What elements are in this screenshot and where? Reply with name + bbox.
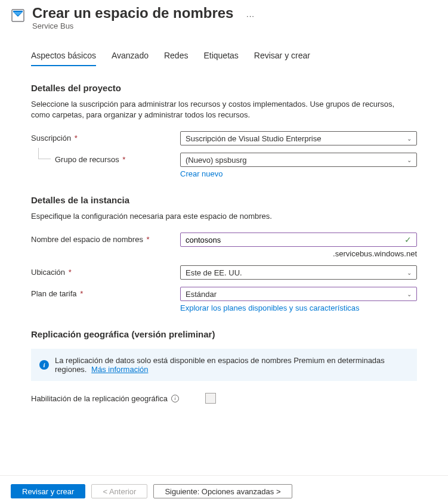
namespace-suffix: .servicebus.windows.net [180, 249, 417, 258]
pricing-tier-select[interactable]: Estándar ⌄ [180, 287, 417, 301]
geo-enable-checkbox [205, 393, 216, 404]
service-bus-icon [11, 8, 25, 23]
tab-review[interactable]: Revisar y crear [254, 51, 310, 66]
next-button[interactable]: Siguiente: Opciones avanzadas > [153, 484, 292, 498]
subscription-select[interactable]: Suscripción de Visual Studio Enterprise … [180, 131, 417, 145]
instance-details-title: Detalles de la instancia [31, 195, 417, 205]
tooltip-icon[interactable]: i [171, 395, 179, 402]
required-mark: * [121, 155, 126, 164]
required-mark: * [72, 134, 78, 142]
resourcegroup-label: Grupo de recursos * [31, 153, 180, 164]
chevron-down-icon: ⌄ [407, 291, 412, 298]
tab-advanced[interactable]: Avanzado [112, 51, 149, 66]
review-create-button[interactable]: Revisar y crear [11, 484, 85, 498]
instance-details-description: Especifique la configuración necesaria p… [31, 211, 413, 222]
location-label: Ubicación * [31, 265, 180, 277]
create-new-rg-link[interactable]: Crear nuevo [180, 169, 223, 178]
previous-button: < Anterior [91, 484, 147, 498]
tab-basics[interactable]: Aspectos básicos [31, 51, 96, 66]
namespace-name-input-wrapper: ✓ [180, 233, 417, 247]
namespace-name-input[interactable] [186, 235, 404, 244]
tab-networking[interactable]: Redes [164, 51, 188, 66]
project-details-description: Seleccione la suscripción para administr… [31, 99, 413, 120]
geo-more-info-link[interactable]: Más información [91, 365, 148, 374]
chevron-down-icon: ⌄ [407, 135, 412, 142]
info-icon: i [39, 360, 49, 370]
tab-bar: Aspectos básicos Avanzado Redes Etiqueta… [31, 51, 417, 66]
namespace-name-label: Nombre del espacio de nombres * [31, 233, 180, 244]
project-details-title: Detalles del proyecto [31, 83, 417, 93]
pricing-tier-label: Plan de tarifa * [31, 287, 180, 298]
required-mark: * [78, 289, 84, 298]
more-icon[interactable]: ··· [246, 11, 255, 20]
explore-pricing-link[interactable]: Explorar los planes disponibles y sus ca… [180, 303, 360, 312]
geo-info-banner: i La replicación de datos solo está disp… [31, 349, 417, 381]
geo-replication-title: Replicación geográfica (versión prelimin… [31, 329, 417, 339]
page-title: Crear un espacio de nombres [32, 5, 233, 21]
page-subtitle: Service Bus [32, 21, 437, 30]
location-select[interactable]: Este de EE. UU. ⌄ [180, 265, 417, 280]
footer-bar: Revisar y crear < Anterior Siguiente: Op… [0, 475, 448, 502]
resourcegroup-select[interactable]: (Nuevo) spsbusrg ⌄ [180, 153, 417, 167]
required-mark: * [66, 268, 72, 277]
tab-tags[interactable]: Etiquetas [203, 51, 238, 66]
geo-banner-text: La replicación de datos solo está dispon… [55, 356, 409, 374]
chevron-down-icon: ⌄ [407, 157, 412, 163]
subscription-label: Suscripción * [31, 131, 180, 142]
geo-enable-label: Habilitación de la replicación geográfic… [31, 394, 168, 403]
chevron-down-icon: ⌄ [407, 269, 412, 276]
checkmark-icon: ✓ [404, 235, 412, 244]
required-mark: * [144, 235, 150, 244]
